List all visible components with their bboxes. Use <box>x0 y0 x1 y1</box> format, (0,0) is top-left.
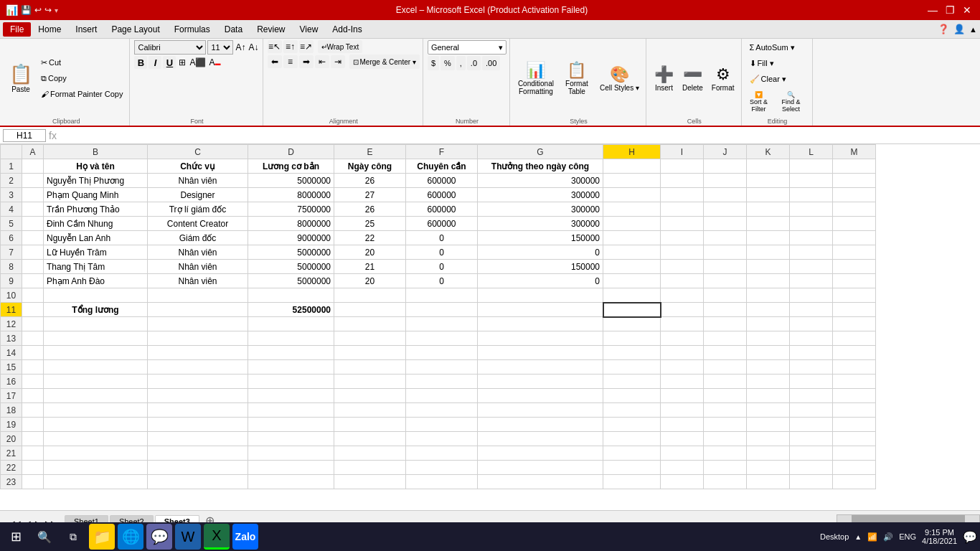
taskbar-edge[interactable]: 🌐 <box>118 524 143 543</box>
cell-m5[interactable] <box>833 217 876 231</box>
cell-d9[interactable]: 5000000 <box>248 274 334 288</box>
close-button[interactable]: ✕ <box>960 3 974 17</box>
cell-l6[interactable] <box>790 231 833 245</box>
cell-i6[interactable] <box>661 231 704 245</box>
cell-d1[interactable]: Lương cơ bản <box>248 159 334 174</box>
col-h-header[interactable]: H <box>603 145 661 159</box>
cell-c6[interactable]: Giám đốc <box>148 231 248 245</box>
cell-l9[interactable] <box>790 274 833 288</box>
align-top-left-button[interactable]: ≡↖ <box>268 40 282 53</box>
cell-l7[interactable] <box>790 245 833 260</box>
paste-button[interactable]: 📋 Paste <box>6 57 36 100</box>
cell-e8[interactable]: 21 <box>334 260 406 274</box>
cell-g8[interactable]: 150000 <box>478 260 603 274</box>
taskbar-zalo[interactable]: Zalo <box>232 524 258 543</box>
cell-i8[interactable] <box>661 260 704 274</box>
cell-c3[interactable]: Designer <box>148 188 248 202</box>
format-painter-button[interactable]: 🖌 Format Painter Copy <box>37 87 126 101</box>
cell-g4[interactable]: 300000 <box>478 202 603 217</box>
row-22-header[interactable]: 22 <box>1 461 22 475</box>
cell-i7[interactable] <box>661 245 704 260</box>
align-left-button[interactable]: ⬅ <box>268 55 282 68</box>
cell-a7[interactable] <box>22 245 44 260</box>
cell-b1[interactable]: Họ và tên <box>44 159 148 174</box>
cell-d8[interactable]: 5000000 <box>248 260 334 274</box>
col-k-header[interactable]: K <box>747 145 790 159</box>
format-table-button[interactable]: 📋 FormatTable <box>559 57 595 100</box>
cell-f8[interactable]: 0 <box>406 260 478 274</box>
indent-decrease-button[interactable]: ⇤ <box>315 55 329 68</box>
taskbar-teams[interactable]: 💬 <box>146 524 172 543</box>
cell-i9[interactable] <box>661 274 704 288</box>
cell-m6[interactable] <box>833 231 876 245</box>
taskbar-volume-icon[interactable]: 🔊 <box>883 532 893 542</box>
cell-k2[interactable] <box>747 174 790 188</box>
cell-a3[interactable] <box>22 188 44 202</box>
sort-filter-button[interactable]: 🔽 Sort &Filter <box>746 88 772 116</box>
row-19-header[interactable]: 19 <box>1 418 22 432</box>
row-13-header[interactable]: 13 <box>1 331 22 346</box>
underline-button[interactable]: U <box>163 56 176 69</box>
italic-button[interactable]: I <box>149 56 161 69</box>
border-icon[interactable]: ⊞ <box>177 56 187 69</box>
cell-e1[interactable]: Ngày công <box>334 159 406 174</box>
find-select-button[interactable]: 🔍 Find &Select <box>773 88 809 116</box>
insert-button[interactable]: ➕ Insert <box>651 57 677 100</box>
format-button[interactable]: ⚙ Format <box>708 57 738 100</box>
row-6-header[interactable]: 6 <box>1 231 22 245</box>
row-12-header[interactable]: 12 <box>1 317 22 331</box>
cell-g5[interactable]: 300000 <box>478 217 603 231</box>
col-i-header[interactable]: I <box>661 145 704 159</box>
currency-button[interactable]: $ <box>428 56 439 70</box>
cell-k5[interactable] <box>747 217 790 231</box>
col-b-header[interactable]: B <box>44 145 148 159</box>
cell-d7[interactable]: 5000000 <box>248 245 334 260</box>
cell-j1[interactable] <box>704 159 747 174</box>
cell-f5[interactable]: 600000 <box>406 217 478 231</box>
cell-i4[interactable] <box>661 202 704 217</box>
cell-c9[interactable]: Nhân viên <box>148 274 248 288</box>
task-view-button[interactable]: ⧉ <box>60 524 86 543</box>
menu-file[interactable]: File <box>3 22 31 37</box>
fill-button[interactable]: ⬇ Fill ▾ <box>746 56 778 70</box>
cell-c5[interactable]: Content Creator <box>148 217 248 231</box>
cell-j7[interactable] <box>704 245 747 260</box>
cell-g6[interactable]: 150000 <box>478 231 603 245</box>
cell-h3[interactable] <box>603 188 661 202</box>
font-name-select[interactable]: Calibri <box>134 40 206 55</box>
cell-k4[interactable] <box>747 202 790 217</box>
cell-e3[interactable]: 27 <box>334 188 406 202</box>
comma-button[interactable]: , <box>456 56 466 70</box>
menu-insert[interactable]: Insert <box>68 22 104 37</box>
menu-review[interactable]: Review <box>250 22 292 37</box>
cell-reference[interactable] <box>3 129 46 142</box>
cell-b5[interactable]: Đinh Cầm Nhung <box>44 217 148 231</box>
font-decrease-icon[interactable]: A↓ <box>248 42 260 53</box>
cell-j9[interactable] <box>704 274 747 288</box>
menu-addins[interactable]: Add-Ins <box>325 22 369 37</box>
menu-page-layout[interactable]: Page Layout <box>104 22 166 37</box>
cell-h4[interactable] <box>603 202 661 217</box>
cell-b3[interactable]: Phạm Quang Minh <box>44 188 148 202</box>
cell-i1[interactable] <box>661 159 704 174</box>
cell-f4[interactable]: 600000 <box>406 202 478 217</box>
cell-c7[interactable]: Nhân viên <box>148 245 248 260</box>
cell-j6[interactable] <box>704 231 747 245</box>
cell-m2[interactable] <box>833 174 876 188</box>
cell-l8[interactable] <box>790 260 833 274</box>
cell-b9[interactable]: Phạm Anh Đào <box>44 274 148 288</box>
cell-f3[interactable]: 600000 <box>406 188 478 202</box>
cell-c4[interactable]: Trợ lí giám đốc <box>148 202 248 217</box>
cell-f1[interactable]: Chuyên cần <box>406 159 478 174</box>
row-9-header[interactable]: 9 <box>1 274 22 288</box>
quick-save[interactable]: 💾 <box>21 5 32 15</box>
row-5-header[interactable]: 5 <box>1 217 22 231</box>
cell-m3[interactable] <box>833 188 876 202</box>
cell-j2[interactable] <box>704 174 747 188</box>
account-icon[interactable]: 👤 <box>953 24 965 34</box>
cell-k1[interactable] <box>747 159 790 174</box>
cell-g9[interactable]: 0 <box>478 274 603 288</box>
cell-e9[interactable]: 20 <box>334 274 406 288</box>
align-top-center-button[interactable]: ≡↑ <box>283 40 298 53</box>
cut-button[interactable]: ✂ Cut <box>37 55 126 70</box>
